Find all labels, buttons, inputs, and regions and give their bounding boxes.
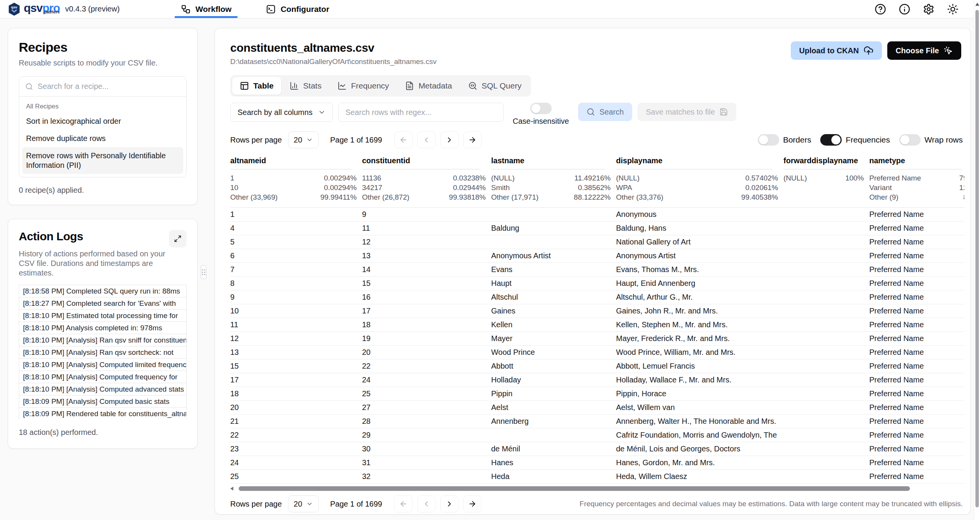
table-cell-forwarddisplayname [783,470,869,484]
table-cell-constituentid: 16 [362,290,491,304]
switch[interactable] [820,134,842,146]
expand-logs-button[interactable] [169,230,187,248]
horizontal-scrollbar-thumb[interactable] [239,486,910,491]
rows-per-page-select[interactable]: 20 [288,131,319,148]
log-entry: [8:18:27 PM] Completed search for 'Evans… [19,297,187,310]
table-cell-displayname: Mayer, Frederick R., Mr. and Mrs. [616,332,783,346]
table-row[interactable]: 2330de Ménilde Ménil, Lois and Georges, … [230,442,964,456]
table-cell-constituentid: 11 [362,221,491,235]
search-column-select[interactable]: Search by all columns [230,103,333,122]
recipe-item-dedupe[interactable]: Remove duplicate rows [22,130,183,147]
recipes-panel: Recipes Reusable scripts to modify your … [8,28,198,205]
table-row[interactable]: 411BaldungBaldung, HansPreferred Name [230,221,964,235]
table-cell-lastname: Evans [491,263,616,277]
save-matches-button[interactable]: Save matches to file [637,103,736,121]
table-row[interactable]: 1017GainesGaines, John R., Mr. and Mrs.P… [230,304,964,318]
next-page-button[interactable] [440,131,459,148]
case-insensitive-switch[interactable] [530,103,552,114]
last-page-button[interactable] [463,131,482,148]
table-cell-displayname: Kellen, Stephen M., Mr. and Mrs. [616,318,783,332]
table-row[interactable]: 512National Gallery of ArtPreferred Name [230,235,964,249]
horizontal-scrollbar[interactable] [230,486,964,491]
footer-next-page-button[interactable] [440,495,459,512]
tab-metadata[interactable]: Metadata [397,77,460,95]
window-scrollbar-thumb[interactable] [975,10,979,507]
table-row[interactable]: 1320Wood PrinceWood Prince, William, Mr.… [230,346,964,359]
panel-resize-handle[interactable] [201,265,206,279]
toggle-wrap-rows[interactable]: Wrap rows [899,134,963,146]
table-cell-forwarddisplayname [783,208,869,221]
recipe-group-label: All Recipes [22,100,183,113]
help-button[interactable] [875,3,886,15]
table-cell-constituentid: 25 [362,387,491,401]
info-button[interactable] [899,3,910,15]
recipe-item-sort[interactable]: Sort in lexicographical order [22,113,183,130]
search-button[interactable]: Search [578,103,632,121]
tab-frequency[interactable]: Frequency [330,77,397,95]
table-row[interactable]: 19AnonymousPreferred Name [230,208,964,221]
table-row[interactable]: 2229Cafritz Foundation, Morris and Gwend… [230,428,964,442]
tab-workflow[interactable]: Workflow [177,0,235,18]
table-cell-forwarddisplayname [783,235,869,249]
tab-sql-query[interactable]: SQL Query [461,77,529,95]
action-logs-title: Action Logs [19,230,83,243]
table-row[interactable]: 2431HanesHanes, Gordon, Mr. and Mrs.Pref… [230,456,964,470]
column-header-altnameid: altnameid [230,154,362,169]
toggle-borders[interactable]: Borders [758,134,811,146]
table-row[interactable]: 1724HolladayHolladay, Wallace F., Mr. an… [230,373,964,387]
table-cell-nametype: Preferred Name [869,290,964,304]
scroll-left-arrow-icon[interactable] [230,487,233,490]
sun-icon [947,3,959,15]
footer-rows-per-page-select[interactable]: 20 [288,495,319,512]
table-cell-nametype: Preferred Name [869,263,964,277]
switch[interactable] [758,134,779,146]
arrow-right-icon [468,500,477,508]
recipe-search-input[interactable] [38,82,180,91]
pointer-click-icon [944,46,953,55]
footer-first-page-button[interactable] [394,495,413,512]
switch[interactable] [899,134,921,146]
table-row[interactable]: 2532HedaHeda, Willem ClaeszPreferred Nam… [230,470,964,484]
recipe-item-remove-pii[interactable]: Remove rows with Personally Identifiable… [22,147,183,174]
upload-to-ckan-button[interactable]: Upload to CKAN [791,41,882,60]
table-row[interactable]: 2027AelstAelst, Willem vanPreferred Name [230,401,964,415]
choose-file-button[interactable]: Choose File [887,41,961,60]
table-row[interactable]: 2128AnnenbergAnnenberg, Walter H., The H… [230,415,964,428]
logo-hexagon-icon: qsv [8,2,21,16]
tab-stats[interactable]: Stats [282,77,329,95]
table-row[interactable]: 1219MayerMayer, Frederick R., Mr. and Mr… [230,332,964,346]
footer-page-indicator: Page 1 of 1699 [330,500,382,509]
first-page-button[interactable] [394,131,413,148]
table-cell-displayname: Haupt, Enid Annenberg [616,277,783,290]
wordmark-qsv: qsv [24,2,43,14]
footer-previous-page-button[interactable] [417,495,436,512]
table-row[interactable]: 1522AbbottAbbott, Lemuel FrancisPreferre… [230,359,964,373]
chevron-left-icon [422,136,431,144]
case-insensitive-toggle[interactable]: Case-insensitive [509,103,573,126]
table-cell-displayname: Anonymous [616,208,783,221]
regex-search-input[interactable] [338,103,504,122]
toggle-frequencies[interactable]: Frequencies [820,134,890,146]
footer-last-page-button[interactable] [463,495,482,512]
window-scrollbar[interactable] [974,0,980,520]
maximize-icon [174,235,182,243]
table-cell-constituentid: 18 [362,318,491,332]
table-row[interactable]: 1825PippinPippin, HoracePreferred Name [230,387,964,401]
table-row[interactable]: 613Anonymous ArtistAnonymous ArtistPrefe… [230,249,964,263]
table-cell-lastname: Gaines [491,304,616,318]
tab-configurator[interactable]: Configurator [262,0,333,18]
table-cell-lastname: Wood Prince [491,346,616,359]
table-cell-forwarddisplayname [783,442,869,456]
theme-toggle-button[interactable] [947,3,959,15]
previous-page-button[interactable] [417,131,436,148]
scroll-up-arrow-icon[interactable] [975,3,979,6]
settings-button[interactable] [923,3,934,15]
tab-table[interactable]: Table [232,77,281,95]
table-row[interactable]: 916AltschulAltschul, Arthur G., Mr.Prefe… [230,290,964,304]
table-row[interactable]: 815HauptHaupt, Enid AnnenbergPreferred N… [230,277,964,290]
table-row[interactable]: 1118KellenKellen, Stephen M., Mr. and Mr… [230,318,964,332]
log-list[interactable]: [8:18:58 PM] Completed SQL query run in:… [19,285,187,420]
table-cell-altnameid: 9 [230,290,362,304]
chevron-down-icon [306,136,313,143]
table-row[interactable]: 714EvansEvans, Thomas M., Mrs.Preferred … [230,263,964,277]
